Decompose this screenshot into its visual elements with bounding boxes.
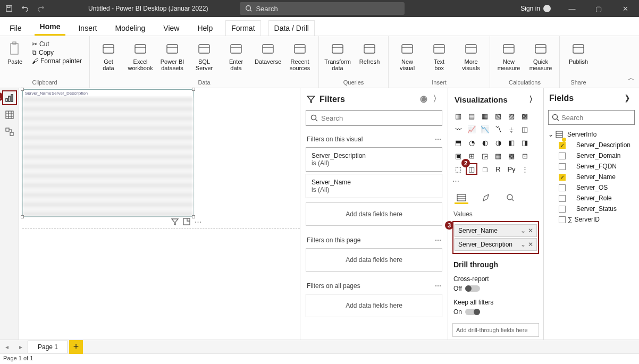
viz-type-12[interactable]: ⬒ (452, 137, 464, 148)
add-page-button[interactable]: + (69, 340, 83, 354)
field-Server_Status[interactable]: Server_Status (548, 204, 635, 214)
add-filter-page[interactable]: Add data fields here (306, 248, 442, 272)
menu-file[interactable]: File (4, 21, 27, 36)
close-button[interactable]: ✕ (613, 0, 637, 17)
redo-icon[interactable] (36, 4, 46, 13)
more-icon[interactable]: ⋯ (435, 282, 441, 290)
data-btn-6[interactable]: Recentsources (285, 38, 314, 73)
more-icon[interactable]: ⋯ (435, 136, 441, 143)
more-options-icon[interactable]: ⋯ (195, 218, 201, 226)
insert-btn-1[interactable]: Textbox (425, 38, 453, 73)
prev-page-button[interactable]: ◂ (0, 343, 14, 351)
viz-type-7[interactable]: 📈 (466, 123, 477, 135)
focus-mode-icon[interactable] (183, 218, 190, 226)
eye-icon[interactable]: ◉ (420, 94, 427, 105)
calc-btn-0[interactable]: Newmeasure (494, 38, 523, 73)
field-Server_Role[interactable]: Server_Role (548, 193, 635, 204)
filters-search[interactable]: Search (306, 110, 442, 126)
viz-type-17[interactable]: ◨ (519, 137, 531, 148)
calc-btn-1[interactable]: Quickmeasure (526, 38, 555, 73)
viz-type-3[interactable]: ▧ (492, 110, 504, 122)
table-serverinfo[interactable]: ⌄ ServerInfo (548, 129, 635, 140)
menu-data-drill[interactable]: Data / Drill (268, 20, 315, 36)
add-filter-all[interactable]: Add data fields here (306, 294, 442, 317)
menu-insert[interactable]: Insert (73, 21, 102, 36)
more-icon[interactable]: ⋯ (435, 236, 441, 244)
menu-home[interactable]: Home (35, 19, 66, 36)
values-well[interactable]: Server_Name⌄✕ Server_Description⌄✕ (452, 221, 539, 254)
sign-in[interactable]: Sign in (520, 5, 551, 12)
viz-type-5[interactable]: ▩ (519, 110, 531, 122)
menu-help[interactable]: Help (192, 21, 218, 36)
viz-type-28[interactable]: Py (506, 163, 517, 175)
insert-btn-0[interactable]: Newvisual (393, 38, 422, 73)
report-view-button[interactable] (2, 90, 17, 105)
viz-type-15[interactable]: ◑ (492, 137, 504, 148)
viz-type-13[interactable]: ◔ (466, 137, 477, 148)
menu-modeling[interactable]: Modeling (110, 21, 150, 36)
model-view-button[interactable] (2, 124, 17, 139)
add-filter-visual[interactable]: Add data fields here (306, 202, 442, 226)
add-drillthrough[interactable]: Add drill-through fields here (452, 323, 539, 337)
share-btn-0[interactable]: Publish (564, 38, 593, 67)
data-btn-0[interactable]: Getdata (94, 38, 123, 73)
collapse-pane-icon[interactable]: 〉 (433, 94, 441, 105)
viz-type-8[interactable]: 📉 (479, 123, 491, 135)
keep-filters-toggle[interactable] (465, 309, 480, 315)
remove-icon[interactable]: ✕ (528, 241, 533, 248)
viz-type-27[interactable]: R (492, 163, 504, 175)
page-tab[interactable]: Page 1 (28, 341, 68, 353)
format-painter-button[interactable]: 🖌Format painter (32, 57, 82, 65)
maximize-button[interactable]: ▢ (587, 0, 610, 17)
chevron-down-icon[interactable]: ⌄ (520, 227, 526, 234)
table-visual[interactable]: Server_Name Server_Description (22, 89, 194, 217)
viz-type-14[interactable]: ◐ (479, 137, 491, 148)
filter-card-0[interactable]: Server_Descriptionis (All) (306, 147, 442, 172)
copy-button[interactable]: ⧉Copy (32, 49, 82, 56)
viz-type-0[interactable]: ▥ (452, 110, 464, 122)
data-btn-1[interactable]: Excelworkbook (126, 38, 155, 73)
data-btn-3[interactable]: SQLServer (190, 38, 218, 73)
field-checkbox[interactable] (559, 184, 566, 191)
collapse-ribbon-icon[interactable]: ︿ (628, 73, 635, 83)
viz-type-1[interactable]: ▤ (466, 110, 477, 122)
cross-report-toggle[interactable] (465, 285, 480, 292)
viz-type-22[interactable]: ▩ (506, 150, 517, 162)
field-checkbox[interactable] (559, 153, 566, 159)
viz-type-10[interactable]: ⏚ (506, 123, 517, 135)
fields-tab[interactable] (455, 192, 468, 204)
viz-type-6[interactable]: 〰 (452, 123, 464, 135)
save-icon[interactable] (4, 4, 14, 13)
report-canvas[interactable]: Server_Name Server_Description ⋯ (19, 88, 300, 340)
query-btn-0[interactable]: Transformdata (323, 38, 352, 73)
next-page-button[interactable]: ▸ (14, 343, 28, 351)
field-Server_FQDN[interactable]: Server_FQDN (548, 161, 635, 172)
field-Server_Domain[interactable]: Server_Domain (548, 150, 635, 161)
remove-icon[interactable]: ✕ (528, 227, 533, 234)
data-btn-5[interactable]: Dataverse (254, 38, 282, 67)
menu-view[interactable]: View (158, 21, 184, 36)
field-Server_Description[interactable]: Server_Description (548, 140, 635, 150)
viz-type-25[interactable]: ◫2 (466, 163, 477, 175)
filter-card-1[interactable]: Server_Nameis (All) (306, 174, 442, 198)
viz-type-9[interactable]: 〽 (492, 123, 504, 135)
field-checkbox[interactable] (559, 195, 566, 202)
analytics-tab[interactable] (503, 192, 517, 204)
field-checkbox[interactable] (559, 216, 566, 223)
field-Server_Name[interactable]: Server_Name (548, 172, 635, 182)
field-checkbox[interactable] (559, 206, 566, 213)
field-checkbox[interactable] (559, 142, 566, 149)
viz-type-4[interactable]: ▨ (506, 110, 517, 122)
collapse-pane-icon[interactable]: 》 (625, 94, 634, 105)
query-btn-1[interactable]: Refresh (355, 38, 384, 67)
global-search[interactable]: Search (240, 2, 405, 15)
field-ServerID[interactable]: ∑ServerID (548, 214, 635, 225)
insert-btn-2[interactable]: Morevisuals (457, 38, 485, 73)
menu-format[interactable]: Format (225, 20, 260, 36)
viz-type-29[interactable]: ⋮ (519, 163, 531, 175)
viz-type-2[interactable]: ▦ (479, 110, 491, 122)
paste-button[interactable]: Paste (4, 38, 26, 67)
minimize-button[interactable]: — (560, 0, 584, 17)
field-checkbox[interactable] (559, 163, 566, 170)
fields-search[interactable]: Search (548, 110, 635, 125)
